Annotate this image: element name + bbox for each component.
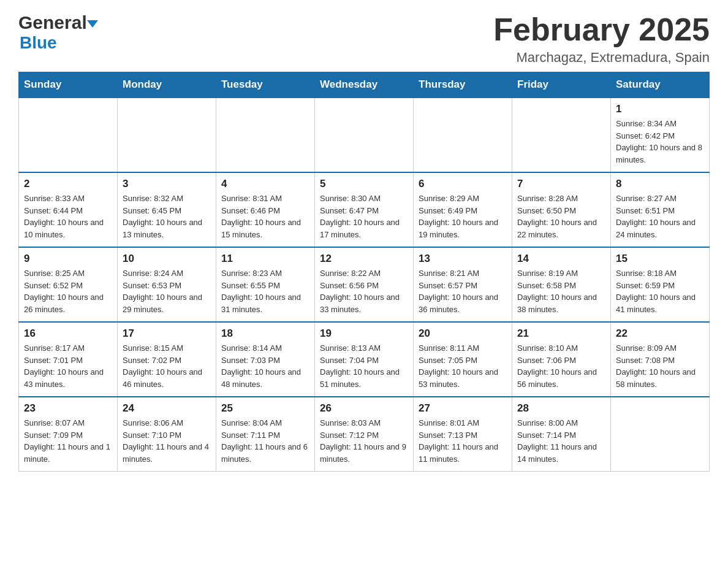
day-info-text: Sunrise: 8:31 AM	[221, 193, 309, 205]
day-info-text: Sunset: 7:10 PM	[123, 429, 211, 442]
day-info-text: Sunset: 6:53 PM	[123, 280, 211, 292]
day-info-text: Sunrise: 8:01 AM	[419, 417, 507, 429]
table-row	[315, 98, 414, 172]
logo: General Blue	[18, 12, 96, 53]
day-info-text: Sunrise: 8:21 AM	[419, 267, 507, 280]
day-info-text: Daylight: 10 hours and 15 minutes.	[221, 216, 309, 240]
table-row: 22Sunrise: 8:09 AMSunset: 7:08 PMDayligh…	[611, 322, 710, 397]
day-info-text: Daylight: 11 hours and 9 minutes.	[320, 441, 408, 465]
day-info-text: Sunrise: 8:19 AM	[517, 267, 605, 280]
month-year-title: February 2025	[493, 12, 710, 47]
day-info-text: Sunrise: 8:13 AM	[320, 342, 408, 354]
table-row: 6Sunrise: 8:29 AMSunset: 6:49 PMDaylight…	[414, 172, 512, 247]
day-info-text: Sunset: 7:04 PM	[320, 354, 408, 367]
calendar-table: Sunday Monday Tuesday Wednesday Thursday…	[18, 72, 710, 472]
table-row: 23Sunrise: 8:07 AMSunset: 7:09 PMDayligh…	[19, 397, 118, 472]
day-info-text: Sunset: 6:56 PM	[320, 280, 408, 292]
header-thursday: Thursday	[414, 72, 512, 98]
day-info-text: Sunrise: 8:34 AM	[616, 118, 704, 130]
day-info-text: Sunset: 6:52 PM	[24, 280, 112, 292]
table-row	[611, 397, 710, 472]
day-number: 5	[320, 178, 408, 190]
day-info-text: Daylight: 10 hours and 29 minutes.	[123, 291, 211, 315]
table-row	[118, 98, 216, 172]
table-row: 7Sunrise: 8:28 AMSunset: 6:50 PMDaylight…	[512, 172, 611, 247]
day-number: 7	[517, 178, 605, 190]
day-info-text: Sunset: 7:06 PM	[517, 354, 605, 367]
day-info-text: Sunrise: 8:24 AM	[123, 267, 211, 280]
day-info-text: Daylight: 10 hours and 24 minutes.	[616, 216, 704, 240]
day-info-text: Sunrise: 8:04 AM	[221, 417, 309, 429]
logo-arrow-icon	[87, 20, 98, 28]
day-info-text: Sunrise: 8:22 AM	[320, 267, 408, 280]
day-info-text: Sunset: 6:45 PM	[123, 205, 211, 217]
day-info-text: Daylight: 10 hours and 33 minutes.	[320, 291, 408, 315]
day-number: 15	[616, 253, 704, 265]
day-info-text: Daylight: 10 hours and 38 minutes.	[517, 291, 605, 315]
table-row: 5Sunrise: 8:30 AMSunset: 6:47 PMDaylight…	[315, 172, 414, 247]
day-info-text: Sunrise: 8:18 AM	[616, 267, 704, 280]
day-number: 12	[320, 253, 408, 265]
day-number: 14	[517, 253, 605, 265]
table-row: 19Sunrise: 8:13 AMSunset: 7:04 PMDayligh…	[315, 322, 414, 397]
day-info-text: Daylight: 10 hours and 8 minutes.	[616, 142, 704, 166]
page-header: General Blue February 2025 Marchagaz, Ex…	[18, 12, 710, 66]
day-number: 2	[24, 178, 112, 190]
day-info-text: Daylight: 11 hours and 11 minutes.	[419, 441, 507, 465]
day-info-text: Daylight: 10 hours and 10 minutes.	[24, 216, 112, 240]
day-number: 13	[419, 253, 507, 265]
title-section: February 2025 Marchagaz, Extremadura, Sp…	[493, 12, 710, 66]
day-info-text: Sunset: 7:13 PM	[419, 429, 507, 442]
day-info-text: Sunrise: 8:25 AM	[24, 267, 112, 280]
day-info-text: Sunrise: 8:03 AM	[320, 417, 408, 429]
day-info-text: Sunset: 6:47 PM	[320, 205, 408, 217]
table-row	[512, 98, 611, 172]
day-info-text: Sunset: 6:49 PM	[419, 205, 507, 217]
logo-blue-text: Blue	[20, 33, 57, 53]
day-info-text: Sunset: 7:02 PM	[123, 354, 211, 367]
day-info-text: Sunrise: 8:33 AM	[24, 193, 112, 205]
day-info-text: Sunset: 6:59 PM	[616, 280, 704, 292]
table-row: 11Sunrise: 8:23 AMSunset: 6:55 PMDayligh…	[216, 247, 315, 322]
header-tuesday: Tuesday	[216, 72, 315, 98]
table-row: 13Sunrise: 8:21 AMSunset: 6:57 PMDayligh…	[414, 247, 512, 322]
day-info-text: Daylight: 10 hours and 22 minutes.	[517, 216, 605, 240]
day-info-text: Sunrise: 8:11 AM	[419, 342, 507, 354]
day-info-text: Sunset: 6:51 PM	[616, 205, 704, 217]
day-number: 19	[320, 327, 408, 340]
day-info-text: Sunrise: 8:28 AM	[517, 193, 605, 205]
day-info-text: Sunset: 7:08 PM	[616, 354, 704, 367]
table-row: 27Sunrise: 8:01 AMSunset: 7:13 PMDayligh…	[414, 397, 512, 472]
day-info-text: Daylight: 10 hours and 36 minutes.	[419, 291, 507, 315]
day-info-text: Daylight: 10 hours and 53 minutes.	[419, 366, 507, 390]
day-info-text: Sunset: 6:57 PM	[419, 280, 507, 292]
day-info-text: Sunrise: 8:29 AM	[419, 193, 507, 205]
table-row: 28Sunrise: 8:00 AMSunset: 7:14 PMDayligh…	[512, 397, 611, 472]
day-info-text: Daylight: 10 hours and 17 minutes.	[320, 216, 408, 240]
day-number: 24	[123, 402, 211, 415]
day-number: 20	[419, 327, 507, 340]
table-row: 1Sunrise: 8:34 AMSunset: 6:42 PMDaylight…	[611, 98, 710, 172]
day-info-text: Daylight: 10 hours and 48 minutes.	[221, 366, 309, 390]
day-info-text: Daylight: 11 hours and 6 minutes.	[221, 441, 309, 465]
table-row: 21Sunrise: 8:10 AMSunset: 7:06 PMDayligh…	[512, 322, 611, 397]
day-number: 21	[517, 327, 605, 340]
table-row: 8Sunrise: 8:27 AMSunset: 6:51 PMDaylight…	[611, 172, 710, 247]
day-info-text: Sunset: 7:03 PM	[221, 354, 309, 367]
day-info-text: Sunrise: 8:14 AM	[221, 342, 309, 354]
header-sunday: Sunday	[19, 72, 118, 98]
day-number: 9	[24, 253, 112, 265]
day-info-text: Sunset: 6:44 PM	[24, 205, 112, 217]
table-row: 24Sunrise: 8:06 AMSunset: 7:10 PMDayligh…	[118, 397, 216, 472]
day-info-text: Daylight: 10 hours and 58 minutes.	[616, 366, 704, 390]
table-row: 2Sunrise: 8:33 AMSunset: 6:44 PMDaylight…	[19, 172, 118, 247]
day-info-text: Daylight: 11 hours and 1 minute.	[24, 441, 112, 465]
table-row: 17Sunrise: 8:15 AMSunset: 7:02 PMDayligh…	[118, 322, 216, 397]
day-number: 8	[616, 178, 704, 190]
table-row: 16Sunrise: 8:17 AMSunset: 7:01 PMDayligh…	[19, 322, 118, 397]
header-saturday: Saturday	[611, 72, 710, 98]
day-info-text: Sunset: 7:11 PM	[221, 429, 309, 442]
day-number: 16	[24, 327, 112, 340]
table-row	[19, 98, 118, 172]
day-info-text: Daylight: 10 hours and 43 minutes.	[24, 366, 112, 390]
